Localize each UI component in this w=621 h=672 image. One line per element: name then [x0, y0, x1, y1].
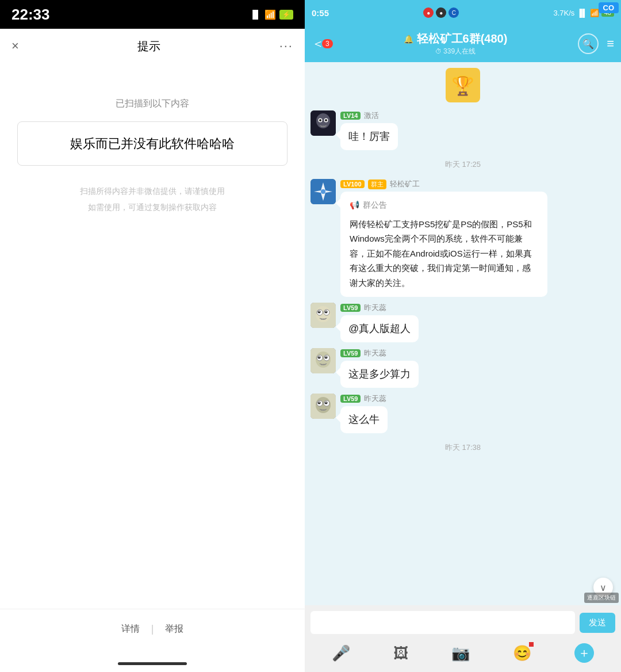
message-row-1: LV14 激活 哇！厉害: [310, 110, 615, 150]
cartoon-avatar-1: [310, 303, 336, 328]
timestamp-2: 昨天 17:38: [310, 439, 615, 456]
co-badge: CO: [599, 2, 619, 13]
svg-point-12: [321, 189, 325, 194]
right-status-bar: 0:55 ● ● C 3.7K/s ▐▌ 📶 40: [305, 0, 621, 25]
back-button[interactable]: ＜ 3: [312, 35, 333, 52]
megaphone-icon: 📢: [350, 198, 359, 212]
chat-header: ＜ 3 🔔 轻松矿工6群(480) ⏱ 339人在线 🔍 ≡: [305, 25, 621, 62]
signal-bars: ▐▌: [577, 9, 587, 17]
mic-button[interactable]: 🎤: [332, 644, 350, 662]
msg-meta-announce: LV100 群主 轻松矿工: [340, 179, 547, 189]
svg-point-41: [319, 402, 320, 403]
sword-svg: [310, 179, 336, 204]
msg-meta-wow: LV59 昨天蕊: [340, 394, 388, 404]
msg-content-wow: LV59 昨天蕊 这么牛: [340, 394, 388, 433]
cartoon-svg-3: [310, 394, 336, 419]
menu-button[interactable]: ≡: [607, 36, 614, 51]
svg-point-19: [319, 311, 320, 312]
msg-content-announce: LV100 群主 轻松矿工 📢 群公告 网传轻松矿工支持PS5挖矿是PS的假图，…: [340, 179, 547, 297]
trophy-icon: 🏆: [446, 68, 480, 102]
scan-result-text: 娱乐而已并没有此软件哈哈哈: [70, 136, 235, 151]
chat-input[interactable]: [310, 611, 575, 634]
message-row-at: LV59 昨天蕊 @真人版超人: [310, 303, 615, 342]
msg-meta-1: LV14 激活: [340, 110, 398, 121]
message-row-wow: LV59 昨天蕊 这么牛: [310, 394, 615, 433]
disclaimer-line2: 如需使用，可通过复制操作获取内容: [80, 199, 225, 215]
search-button[interactable]: 🔍: [578, 33, 599, 54]
close-icon[interactable]: ×: [12, 39, 19, 54]
bubble-1: 哇！厉害: [340, 123, 398, 150]
msg-name-wow: 昨天蕊: [364, 394, 386, 404]
back-badge: 3: [322, 39, 333, 48]
avatar-cartoon-1: [310, 303, 336, 328]
clock-icon: ⏱: [435, 48, 442, 55]
msg-name-compute: 昨天蕊: [364, 348, 386, 358]
trophy-message: 🏆: [310, 68, 615, 102]
cartoon-svg-1: [310, 303, 336, 328]
wifi-icon-right: 📶: [590, 9, 599, 17]
msg-content-1: LV14 激活 哇！厉害: [340, 110, 398, 150]
camera-button[interactable]: 📷: [451, 644, 470, 662]
cartoon-avatar-3: [310, 394, 336, 419]
app-icon-red: ●: [423, 7, 434, 18]
svg-point-7: [325, 119, 327, 121]
svg-point-42: [325, 402, 327, 403]
chevron-down-icon: ∨: [600, 582, 607, 593]
search-icon: 🔍: [582, 39, 594, 49]
cartoon-svg-2: [310, 348, 336, 373]
right-time: 0:55: [312, 8, 329, 18]
bubble-text-wow: 这么牛: [348, 414, 379, 425]
detail-button[interactable]: 详情: [110, 623, 151, 635]
chat-toolbar: 🎤 🖼 📷 😊 ＋: [305, 639, 621, 672]
bubble-at: @真人版超人: [340, 315, 419, 342]
battery-icon: ⚡: [279, 10, 293, 20]
msg-name-at: 昨天蕊: [364, 303, 386, 313]
left-status-bar: 22:33 ▐▌ 📶 ⚡: [0, 0, 305, 29]
message-row-announcement: LV100 群主 轻松矿工 📢 群公告 网传轻松矿工支持PS5挖矿是PS的假图，…: [310, 179, 615, 297]
home-bar-line: [118, 662, 187, 665]
image-button[interactable]: 🖼: [393, 644, 408, 662]
right-panel: 0:55 ● ● C 3.7K/s ▐▌ 📶 40 ＜ 3 🔔 轻松矿工6群(4…: [305, 0, 621, 672]
emoji-button[interactable]: 😊: [513, 644, 531, 662]
header-right-icons: 🔍 ≡: [578, 33, 614, 54]
plus-icon: ＋: [578, 644, 591, 662]
scan-label: 已扫描到以下内容: [116, 98, 189, 110]
msg-content-compute: LV59 昨天蕊 这是多少算力: [340, 348, 419, 388]
skull-avatar: [310, 110, 336, 136]
more-icon[interactable]: ···: [279, 39, 293, 54]
chat-input-area: 发送: [305, 605, 621, 639]
cartoon-avatar-2: [310, 348, 336, 373]
chat-subtitle: ⏱ 339人在线: [338, 47, 573, 56]
level-badge-at: LV59: [340, 304, 361, 312]
disclaimer-line1: 扫描所得内容并非微信提供，请谨慎使用: [80, 183, 225, 199]
msg-content-at: LV59 昨天蕊 @真人版超人: [340, 303, 419, 342]
svg-point-20: [325, 311, 327, 312]
chat-title-area: 🔔 轻松矿工6群(480) ⏱ 339人在线: [338, 31, 573, 56]
add-button[interactable]: ＋: [574, 643, 594, 663]
avatar-1: [310, 110, 336, 136]
announcement-header: 📢 群公告: [350, 198, 538, 212]
send-button[interactable]: 发送: [580, 613, 615, 633]
report-button[interactable]: 举报: [154, 623, 195, 635]
watermark: 逐鹿区块链: [584, 593, 619, 603]
app-icon-dark: ●: [436, 7, 446, 18]
bubble-text-1: 哇！厉害: [348, 131, 390, 142]
level-badge-wow: LV59: [340, 395, 361, 403]
bubble-compute: 这是多少算力: [340, 361, 419, 388]
bubble-text-compute: 这是多少算力: [348, 368, 411, 380]
msg-meta-at: LV59 昨天蕊: [340, 303, 419, 313]
level-badge-announce: LV100: [340, 180, 365, 188]
bubble-wow: 这么牛: [340, 406, 388, 433]
announcement-text: 网传轻松矿工支持PS5挖矿是PS的假图，PS5和Windows完全两个不同的系统…: [350, 217, 538, 291]
avatar-cartoon-3: [310, 394, 336, 419]
left-status-icons: ▐▌ 📶 ⚡: [250, 9, 293, 20]
left-footer: 详情 | 举报: [0, 609, 305, 655]
emoji-dot: [529, 642, 534, 647]
message-row-compute: LV59 昨天蕊 这是多少算力: [310, 348, 615, 388]
svg-text:🏆: 🏆: [451, 75, 474, 97]
svg-point-30: [319, 356, 320, 357]
bubble-text-at: @真人版超人: [348, 323, 411, 334]
left-header: × 提示 ···: [0, 29, 305, 63]
app-icon-blue: C: [448, 7, 459, 18]
msg-meta-compute: LV59 昨天蕊: [340, 348, 419, 358]
